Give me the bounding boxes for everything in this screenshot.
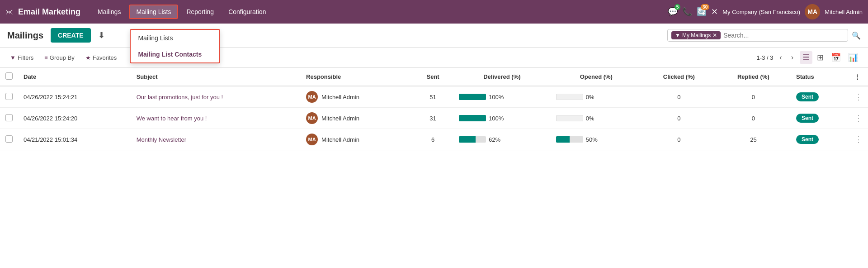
col-clicked[interactable]: Clicked (%)	[642, 68, 716, 86]
opened-progress-bar-empty	[556, 115, 583, 121]
favorites-button[interactable]: ★ Favorites	[83, 53, 119, 63]
dropdown-mailing-lists[interactable]: Mailing Lists	[131, 30, 219, 46]
row-checkbox-cell[interactable]	[0, 86, 18, 108]
row-replied: 0	[716, 86, 791, 108]
filter-tag-close[interactable]: ✕	[712, 32, 717, 38]
groupby-button[interactable]: ≡ Group By	[42, 53, 77, 63]
topnav-right-area: 💬 5 📞 🔄 30 ✕ My Company (San Francisco) …	[668, 4, 863, 19]
col-responsible[interactable]: Responsible	[301, 68, 412, 86]
nav-mailing-lists[interactable]: Mailing Lists Mailing Lists Mailing List…	[129, 5, 178, 19]
nav-configuration[interactable]: Configuration	[222, 5, 272, 18]
search-input[interactable]	[723, 32, 844, 39]
company-name: My Company (San Francisco)	[722, 9, 800, 15]
phone-icon-btn[interactable]: 📞	[682, 7, 692, 17]
mailing-lists-dropdown: Mailing Lists Mailing List Contacts	[130, 29, 220, 63]
table-header-row: Date Subject Responsible Sent Delivered …	[0, 68, 868, 86]
main-menu: Mailings Mailing Lists Mailing Lists Mai…	[91, 5, 668, 19]
opened-progress-bar-empty	[556, 94, 583, 100]
responsible-name: Mitchell Admin	[321, 94, 359, 100]
delivered-progress-bar	[459, 115, 486, 121]
top-navigation: ⩙ Email Marketing Mailings Mailing Lists…	[0, 0, 868, 24]
col-status[interactable]: Status	[791, 68, 849, 86]
filter-icon: ▼	[675, 32, 680, 38]
search-area: ▼ My Mailings ✕ 🔍	[667, 29, 861, 42]
row-opened: 50%	[551, 129, 642, 150]
app-name: Email Marketing	[18, 7, 80, 17]
row-more[interactable]: ⋮	[849, 108, 868, 129]
responsible-name: Mitchell Admin	[321, 136, 359, 143]
col-date[interactable]: Date	[18, 68, 131, 86]
row-checkbox[interactable]	[5, 114, 13, 121]
row-status: Sent	[791, 86, 849, 108]
download-button[interactable]: ⬇	[94, 29, 108, 42]
pager-text: 1-3 / 3	[756, 54, 773, 61]
row-checkbox[interactable]	[5, 93, 13, 100]
next-page-button[interactable]: ›	[788, 53, 796, 62]
responsible-name: Mitchell Admin	[321, 115, 359, 122]
row-clicked: 0	[642, 86, 716, 108]
groupby-icon: ≡	[44, 54, 48, 61]
row-checkbox-cell[interactable]	[0, 108, 18, 129]
row-clicked: 0	[642, 108, 716, 129]
table-row: 04/21/2022 15:01:34 Monthly Newsletter M…	[0, 129, 868, 150]
col-subject[interactable]: Subject	[131, 68, 301, 86]
phone-icon: 📞	[682, 7, 692, 17]
more-options-icon[interactable]: ⋮	[854, 92, 863, 101]
mailings-table: Date Subject Responsible Sent Delivered …	[0, 68, 868, 150]
col-delivered[interactable]: Delivered (%)	[453, 68, 551, 86]
status-badge: Sent	[796, 135, 819, 144]
col-options[interactable]: ⋮	[849, 68, 868, 86]
row-replied: 25	[716, 129, 791, 150]
download-icon: ⬇	[98, 31, 105, 40]
chat-badge: 5	[675, 4, 681, 10]
star-icon: ★	[85, 54, 91, 61]
close-icon: ✕	[711, 7, 718, 17]
calendar-view-button[interactable]: 📅	[828, 51, 844, 64]
row-responsible: MA Mitchell Admin	[301, 129, 412, 150]
row-more[interactable]: ⋮	[849, 86, 868, 108]
col-replied[interactable]: Replied (%)	[716, 68, 791, 86]
row-checkbox[interactable]	[5, 135, 13, 143]
row-clicked: 0	[642, 129, 716, 150]
dropdown-mailing-list-contacts[interactable]: Mailing List Contacts	[131, 46, 219, 62]
row-replied: 0	[716, 108, 791, 129]
row-date: 04/21/2022 15:01:34	[18, 129, 131, 150]
row-delivered: 100%	[453, 108, 551, 129]
row-subject[interactable]: We want to hear from you !	[131, 108, 301, 129]
row-subject[interactable]: Our last promotions, just for you !	[131, 86, 301, 108]
nav-reporting[interactable]: Reporting	[180, 5, 220, 18]
search-icon[interactable]: 🔍	[852, 31, 861, 40]
row-sent: 31	[412, 108, 453, 129]
table-row: 04/26/2022 15:24:20 We want to hear from…	[0, 108, 868, 129]
list-view-button[interactable]: ☰	[800, 51, 812, 64]
col-opened[interactable]: Opened (%)	[551, 68, 642, 86]
nav-mailings[interactable]: Mailings	[91, 5, 127, 18]
search-filter-bar: ▼ My Mailings ✕	[667, 29, 848, 42]
chat-icon-btn[interactable]: 💬 5	[668, 7, 678, 17]
page-title: Mailings	[7, 30, 43, 41]
row-sent: 51	[412, 86, 453, 108]
row-subject[interactable]: Monthly Newsletter	[131, 129, 301, 150]
user-avatar[interactable]: MA	[805, 4, 820, 19]
create-button[interactable]: CREATE	[51, 28, 91, 43]
more-options-icon[interactable]: ⋮	[854, 114, 863, 123]
select-all-header[interactable]	[0, 68, 18, 86]
delivered-progress-bar	[459, 136, 486, 143]
row-sent: 6	[412, 129, 453, 150]
table-row: 04/26/2022 15:24:21 Our last promotions,…	[0, 86, 868, 108]
more-options-icon[interactable]: ⋮	[854, 135, 863, 144]
row-opened: 0%	[551, 86, 642, 108]
activity-icon-btn[interactable]: 🔄 30	[697, 7, 707, 17]
kanban-view-button[interactable]: ⊞	[814, 51, 826, 64]
col-sent[interactable]: Sent	[412, 68, 453, 86]
filters-button[interactable]: ▼ Filters	[7, 53, 36, 63]
graph-view-button[interactable]: 📊	[845, 51, 861, 64]
select-all-checkbox[interactable]	[5, 72, 13, 80]
status-badge: Sent	[796, 92, 819, 101]
grid-icon[interactable]: ⩙	[5, 7, 14, 17]
close-icon-btn[interactable]: ✕	[711, 7, 718, 17]
row-checkbox-cell[interactable]	[0, 129, 18, 150]
opened-pct: 0%	[586, 94, 594, 100]
prev-page-button[interactable]: ‹	[777, 53, 784, 62]
row-more[interactable]: ⋮	[849, 129, 868, 150]
